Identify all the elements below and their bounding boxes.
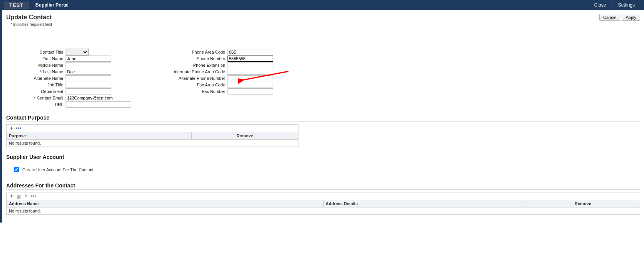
apply-button[interactable]: Apply: [622, 14, 640, 21]
url-input[interactable]: [66, 101, 131, 108]
contact-purpose-title: Contact Purpose: [6, 115, 640, 121]
middle-name-label: Middle Name: [12, 63, 66, 67]
alt-phone-number-label: Alternate Phone Number: [154, 76, 228, 81]
logo: TEST: [4, 2, 29, 9]
job-title-input[interactable]: [66, 82, 111, 88]
add-row-icon[interactable]: +: [9, 194, 14, 199]
fax-number-input[interactable]: [228, 88, 273, 94]
contact-email-label: * Contact Email: [12, 96, 66, 100]
contact-purpose-table: Purpose Remove No results found.: [6, 132, 298, 147]
edit-icon[interactable]: ✎: [24, 194, 29, 199]
close-link[interactable]: Close: [589, 2, 612, 8]
more-actions-icon[interactable]: •••: [16, 126, 21, 131]
department-input[interactable]: [66, 88, 111, 94]
col-remove-header: Remove: [192, 132, 298, 140]
fax-area-code-input[interactable]: [228, 82, 273, 88]
phone-extension-label: Phone Extension: [154, 63, 228, 67]
phone-number-input[interactable]: [228, 56, 273, 62]
alt-phone-number-input[interactable]: [228, 75, 273, 81]
alternate-name-label: Alternate Name: [12, 76, 66, 81]
cancel-button[interactable]: Cancel: [599, 14, 620, 21]
contact-purpose-empty: No results found.: [7, 140, 298, 147]
create-user-account-checkbox[interactable]: [14, 167, 19, 172]
alt-phone-area-code-label: Alternate Phone Area Code: [154, 69, 228, 74]
addresses-table: Address Name Address Details Remove No r…: [6, 200, 640, 215]
addresses-toolbar: + ▦ ✎ •••: [6, 192, 640, 200]
contact-email-input[interactable]: [66, 95, 131, 101]
first-name-input[interactable]: [66, 56, 111, 62]
grid-action-icon[interactable]: ▦: [16, 194, 21, 199]
add-row-icon[interactable]: +: [9, 126, 14, 131]
addresses-title: Addresses For the Contact: [6, 182, 640, 189]
settings-link[interactable]: Settings: [613, 2, 640, 8]
required-field-note: *Indicates required field: [6, 22, 640, 30]
contact-title-label: Contact Title: [12, 50, 66, 54]
fax-area-code-label: Fax Area Code: [154, 83, 228, 87]
col-purpose-header: Purpose: [7, 132, 192, 140]
last-name-input[interactable]: [66, 69, 111, 75]
fax-number-label: Fax Number: [154, 89, 228, 94]
middle-name-input[interactable]: [66, 62, 111, 68]
col-address-remove-header: Remove: [526, 200, 640, 207]
contact-purpose-toolbar: + •••: [6, 124, 298, 132]
phone-extension-input[interactable]: [228, 62, 273, 68]
create-user-account-label: Create User Account For The Contact: [22, 167, 93, 172]
department-label: Department: [12, 89, 66, 94]
alt-phone-area-code-input[interactable]: [228, 69, 273, 75]
col-address-name-header: Address Name: [7, 200, 324, 207]
alternate-name-input[interactable]: [66, 75, 111, 81]
job-title-label: Job Title: [12, 83, 66, 87]
phone-area-code-input[interactable]: [228, 49, 273, 55]
contact-title-select[interactable]: [66, 49, 89, 56]
last-name-label: * Last Name: [12, 69, 66, 74]
phone-number-label: Phone Number: [154, 56, 228, 61]
phone-area-code-label: Phone Area Code: [154, 50, 228, 54]
url-label: URL: [12, 102, 66, 107]
first-name-label: First Name: [12, 56, 66, 61]
app-bar: TEST iSupplier Portal Close | Settings: [0, 0, 644, 10]
page-title: Update Contact: [6, 14, 52, 21]
portal-title: iSupplier Portal: [34, 2, 69, 8]
col-address-details-header: Address Details: [323, 200, 526, 207]
more-actions-icon[interactable]: •••: [31, 194, 36, 199]
supplier-user-title: Supplier User Account: [6, 154, 640, 160]
addresses-empty: No results found.: [7, 207, 640, 215]
